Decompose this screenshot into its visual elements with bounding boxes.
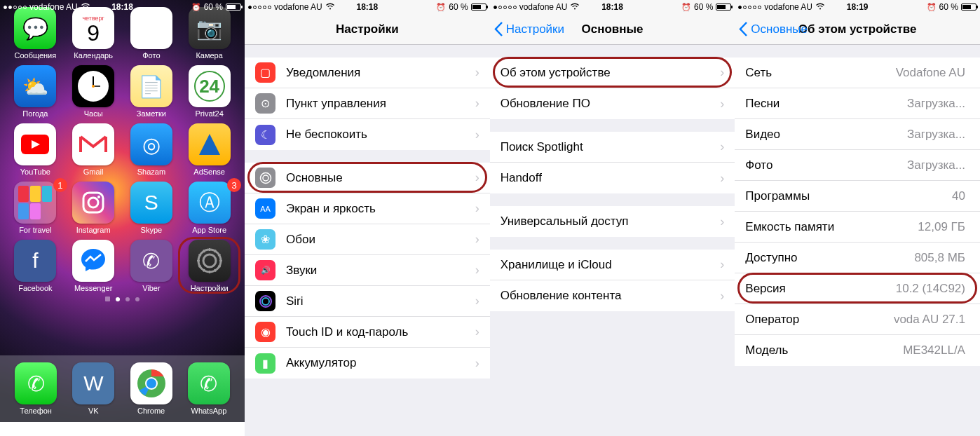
row-icon: ▢ bbox=[255, 62, 275, 83]
app-grid: 💬Сообщениячетверг9Календарь❀Фото📷Камера⛅… bbox=[0, 7, 245, 292]
row-Об этом устройстве[interactable]: Об этом устройстве› bbox=[490, 57, 735, 88]
app-label: App Store bbox=[192, 226, 226, 234]
row-Фото: ФотоЗагрузка... bbox=[735, 150, 980, 181]
back-button[interactable]: Основные bbox=[739, 22, 808, 36]
chevron-icon: › bbox=[720, 214, 724, 229]
row-Универсальный доступ[interactable]: Универсальный доступ› bbox=[490, 206, 735, 237]
status-bar: vodafone AU 18:18 ⏰60 % bbox=[0, 0, 245, 14]
app-Часы[interactable]: Часы bbox=[65, 65, 122, 118]
row-value: 805,8 МБ bbox=[914, 251, 965, 265]
app-Shazam[interactable]: ◎Shazam bbox=[123, 123, 180, 176]
about-list[interactable]: СетьVodafone AUПесниЗагрузка...ВидеоЗагр… bbox=[735, 45, 980, 436]
app-Gmail[interactable]: Gmail bbox=[65, 123, 122, 176]
status-bar: vodafone AU 18:18 ⏰60 % bbox=[490, 0, 735, 14]
app-Viber[interactable]: ✆Viber bbox=[123, 240, 180, 292]
app-label: Погода bbox=[22, 109, 48, 118]
carrier: vodafone AU bbox=[29, 2, 78, 12]
battery-icon bbox=[226, 4, 241, 11]
row-Основные[interactable]: Основные› bbox=[245, 163, 490, 193]
row-Siri[interactable]: Siri› bbox=[245, 286, 490, 317]
app-App Store[interactable]: Ⓐ3App Store bbox=[181, 182, 238, 234]
row-value: 12,09 ГБ bbox=[918, 220, 965, 234]
chevron-icon: › bbox=[720, 65, 724, 80]
app-label: Privat24 bbox=[195, 109, 223, 118]
svg-marker-9 bbox=[199, 134, 220, 155]
app-Заметки[interactable]: 📄Заметки bbox=[123, 65, 180, 118]
row-Touch ID и код-пароль[interactable]: ◉Touch ID и код-пароль› bbox=[245, 317, 490, 348]
chevron-icon: › bbox=[475, 325, 479, 339]
svg-point-33 bbox=[262, 298, 269, 305]
page-dots[interactable] bbox=[0, 297, 245, 301]
app-Сообщения[interactable]: 💬Сообщения bbox=[7, 7, 64, 60]
wifi-icon bbox=[325, 3, 335, 11]
row-icon: ❀ bbox=[255, 229, 275, 250]
app-AdSense[interactable]: AdSense bbox=[181, 123, 238, 176]
app-For travel[interactable]: 1For travel bbox=[7, 182, 64, 234]
dock-app-WhatsApp[interactable]: ✆WhatsApp bbox=[188, 362, 230, 415]
app-Skype[interactable]: SSkype bbox=[123, 182, 180, 234]
badge: 3 bbox=[227, 178, 241, 192]
nav-title: Основные bbox=[581, 22, 643, 36]
row-Экран и яркость[interactable]: AAЭкран и яркость› bbox=[245, 193, 490, 224]
row-label: Пункт управления bbox=[286, 97, 475, 111]
app-Messenger[interactable]: Messenger bbox=[65, 240, 122, 292]
row-Не беспокоить[interactable]: ☾Не беспокоить› bbox=[245, 119, 490, 150]
row-label: Версия bbox=[745, 282, 895, 296]
row-Уведомления[interactable]: ▢Уведомления› bbox=[245, 57, 490, 88]
row-Пункт управления[interactable]: ⊙Пункт управления› bbox=[245, 88, 490, 119]
app-label: Instagram bbox=[76, 226, 111, 234]
chevron-icon: › bbox=[475, 96, 479, 111]
battery-icon bbox=[716, 4, 731, 11]
app-label: Календарь bbox=[74, 51, 113, 60]
row-label: Емкость памяти bbox=[745, 220, 918, 234]
chevron-icon: › bbox=[475, 356, 479, 371]
row-Поиск Spotlight[interactable]: Поиск Spotlight› bbox=[490, 132, 735, 163]
app-YouTube[interactable]: YouTube bbox=[7, 123, 64, 176]
alarm-icon: ⏰ bbox=[681, 3, 691, 12]
row-Аккумулятор[interactable]: ▮Аккумулятор› bbox=[245, 348, 490, 379]
chevron-icon: › bbox=[720, 289, 724, 304]
row-Обновление ПО[interactable]: Обновление ПО› bbox=[490, 88, 735, 119]
app-Instagram[interactable]: Instagram bbox=[65, 182, 122, 234]
dock-app-VK[interactable]: WVK bbox=[72, 362, 114, 415]
row-label: Хранилище и iCloud bbox=[501, 258, 721, 272]
row-Handoff[interactable]: Handoff› bbox=[490, 163, 735, 193]
app-Погода[interactable]: ⛅Погода bbox=[7, 65, 64, 118]
about-screen: vodafone AU 18:19 ⏰60 % Основные Об этом… bbox=[735, 0, 980, 436]
row-Обои[interactable]: ❀Обои› bbox=[245, 224, 490, 255]
status-bar: vodafone AU 18:18 ⏰60 % bbox=[245, 0, 490, 14]
app-label: Часы bbox=[84, 109, 103, 118]
settings-screen: vodafone AU 18:18 ⏰60 % Настройки ▢Уведо… bbox=[245, 0, 490, 436]
app-Privat24[interactable]: 24Privat24 bbox=[181, 65, 238, 118]
app-label: Телефон bbox=[20, 407, 52, 415]
app-Календарь[interactable]: четверг9Календарь bbox=[65, 7, 122, 60]
general-list[interactable]: Об этом устройстве›Обновление ПО› Поиск … bbox=[490, 45, 735, 436]
app-Камера[interactable]: 📷Камера bbox=[181, 7, 238, 60]
dock-app-Chrome[interactable]: Chrome bbox=[130, 362, 172, 415]
app-label: Shazam bbox=[137, 168, 165, 176]
clock: 18:18 bbox=[356, 2, 378, 12]
row-Обновление контента[interactable]: Обновление контента› bbox=[490, 280, 735, 311]
app-label: AdSense bbox=[193, 168, 225, 176]
app-Фото[interactable]: ❀Фото bbox=[123, 7, 180, 60]
app-Facebook[interactable]: fFacebook bbox=[7, 240, 64, 292]
row-label: Обновление ПО bbox=[501, 97, 721, 111]
alarm-icon: ⏰ bbox=[191, 3, 201, 12]
back-button[interactable]: Настройки bbox=[494, 22, 564, 36]
chevron-icon: › bbox=[475, 65, 479, 80]
row-Звуки[interactable]: 🔊Звуки› bbox=[245, 255, 490, 286]
dock-app-Телефон[interactable]: ✆Телефон bbox=[15, 362, 57, 415]
app-Настройки[interactable]: Настройки bbox=[181, 240, 238, 292]
svg-point-3 bbox=[92, 85, 95, 88]
signal-icon bbox=[4, 6, 27, 9]
alarm-icon: ⏰ bbox=[927, 3, 937, 12]
clock: 18:18 bbox=[601, 2, 623, 12]
svg-point-13 bbox=[198, 250, 221, 272]
app-label: Камера bbox=[196, 51, 222, 60]
svg-point-30 bbox=[260, 172, 271, 183]
wifi-icon bbox=[81, 3, 90, 11]
dock: ✆ТелефонWVKChrome✆WhatsApp bbox=[0, 355, 245, 422]
row-Хранилище и iCloud[interactable]: Хранилище и iCloud› bbox=[490, 250, 735, 280]
row-label: Основные bbox=[286, 171, 475, 185]
settings-list[interactable]: ▢Уведомления›⊙Пункт управления›☾Не беспо… bbox=[245, 45, 490, 436]
